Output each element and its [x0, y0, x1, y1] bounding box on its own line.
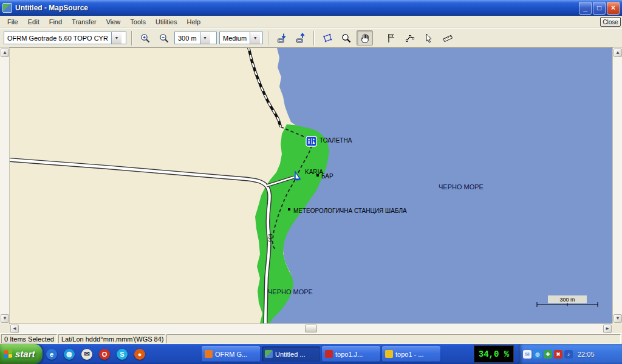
- app-icon: [2, 3, 12, 13]
- taskbar-clock[interactable]: 22:05: [578, 351, 595, 358]
- internet-explorer-icon[interactable]: e: [46, 349, 57, 360]
- antivirus-shield-tray-icon[interactable]: ✚: [544, 350, 552, 359]
- menu-file[interactable]: File: [2, 17, 23, 27]
- network-tray-icon[interactable]: ◍: [533, 350, 542, 359]
- task-icon: [385, 350, 393, 358]
- toolbar: OFRM Geotrade 5.60 TOPO CYR ▼ 300 m ▼ Me…: [0, 28, 622, 48]
- menu-view[interactable]: View: [101, 17, 126, 27]
- scroll-right-icon[interactable]: ►: [603, 325, 612, 333]
- chevron-down-icon[interactable]: ▼: [200, 32, 210, 44]
- vertical-scrollbar[interactable]: ▲ ▼: [612, 48, 622, 323]
- menu-edit[interactable]: Edit: [23, 17, 44, 27]
- task-label: topo1.J...: [335, 351, 363, 358]
- receive-from-device-button[interactable]: [292, 30, 309, 46]
- window-title: Untitled - MapSource: [15, 4, 579, 12]
- maximize-button[interactable]: □: [593, 2, 606, 15]
- task-buttons: OFRM G... Untitled ... topo1.J... topo1 …: [202, 344, 440, 364]
- toolbar-close-button[interactable]: Close: [600, 17, 621, 27]
- task-topo1[interactable]: topo1 - ...: [382, 346, 440, 362]
- skype-icon[interactable]: S: [117, 349, 128, 360]
- receive-from-device-icon: [295, 33, 306, 44]
- chevron-down-icon[interactable]: ▼: [111, 32, 121, 44]
- mail-icon[interactable]: ✉: [81, 349, 92, 360]
- hand-icon: [360, 33, 371, 44]
- pan-tool-button[interactable]: [357, 30, 373, 46]
- flag-icon: [386, 33, 397, 44]
- scroll-left-icon[interactable]: ◄: [10, 325, 19, 333]
- task-label: OFRM G...: [215, 351, 247, 358]
- task-label: Untitled ...: [275, 351, 306, 358]
- windows-logo-icon: [4, 349, 12, 358]
- waypoint-tool-button[interactable]: [383, 30, 399, 46]
- magnifier-icon: [341, 33, 352, 44]
- task-topo1-jpg[interactable]: topo1.J...: [322, 346, 380, 362]
- task-label: topo1 - ...: [395, 351, 423, 358]
- menu-tools[interactable]: Tools: [125, 17, 151, 27]
- map-scale-value: 300 m: [175, 35, 200, 42]
- product-combo[interactable]: OFRM Geotrade 5.60 TOPO CYR ▼: [4, 32, 126, 44]
- system-tray: ✉ ◍ ✚ ✖ ♪ 22:05: [519, 344, 622, 364]
- scroll-down-icon[interactable]: ▼: [1, 314, 9, 323]
- measure-tool-button[interactable]: [439, 30, 456, 46]
- title-bar: Untitled - MapSource _ □ ×: [0, 0, 622, 16]
- zoom-out-button[interactable]: [156, 30, 172, 46]
- messenger-tray-icon[interactable]: ✉: [523, 350, 531, 359]
- meteo-poi-marker[interactable]: [288, 208, 290, 211]
- start-button[interactable]: start: [0, 344, 43, 364]
- route-icon: [405, 33, 415, 44]
- cursor-arrow-icon: [423, 33, 434, 44]
- selection-tool-button[interactable]: [420, 30, 437, 46]
- zoom-in-button[interactable]: [137, 30, 153, 46]
- zoom-tool-button[interactable]: [338, 30, 354, 46]
- task-icon: [205, 350, 213, 358]
- chevron-down-icon[interactable]: ▼: [250, 32, 260, 44]
- scroll-up-icon[interactable]: ▲: [613, 49, 622, 57]
- zoom-out-icon: [159, 33, 169, 44]
- alert-tray-icon[interactable]: ✖: [554, 350, 562, 359]
- media-player-icon[interactable]: ●: [134, 349, 145, 360]
- toolbar-separator: [131, 31, 132, 46]
- menu-help[interactable]: Help: [182, 17, 205, 27]
- quick-launch: e ◍ ✉ O S ●: [46, 344, 145, 364]
- route-tool-button[interactable]: [402, 30, 418, 46]
- label-toilet: ТОАЛЕТНА: [320, 137, 352, 144]
- opera-icon[interactable]: O: [99, 349, 110, 360]
- task-ofrm[interactable]: OFRM G...: [202, 346, 260, 362]
- browser-globe-icon[interactable]: ◍: [64, 349, 75, 360]
- horizontal-scroll-thumb[interactable]: [305, 325, 317, 332]
- send-to-device-icon: [276, 33, 287, 44]
- minimize-button[interactable]: _: [579, 2, 592, 15]
- taskbar: start e ◍ ✉ O S ● OFRM G... Untitled ...…: [0, 344, 622, 364]
- detail-level-value: Medium: [220, 35, 250, 42]
- menu-bar: File Edit Find Transfer View Tools Utili…: [0, 16, 622, 28]
- left-scroll-strip[interactable]: ▲ ▼: [0, 48, 10, 323]
- toolbar-separator: [313, 31, 314, 46]
- volume-tray-icon[interactable]: ♪: [564, 350, 573, 359]
- toolbar-separator: [268, 31, 268, 46]
- battery-meter[interactable]: 34,0 %: [474, 345, 514, 363]
- status-empty-cell: [166, 334, 621, 343]
- scroll-up-icon[interactable]: ▲: [1, 49, 9, 57]
- task-mapsource-active[interactable]: Untitled ...: [262, 346, 320, 362]
- send-to-device-button[interactable]: [273, 30, 290, 46]
- label-meteo-station: МЕТЕОРОЛОГИЧНА СТАНЦИЯ ШАБЛА: [293, 207, 407, 214]
- map-area-tool-button[interactable]: [319, 30, 335, 46]
- scroll-down-icon[interactable]: ▼: [613, 314, 622, 323]
- menu-find[interactable]: Find: [44, 17, 67, 27]
- detail-level-combo[interactable]: Medium ▼: [219, 32, 263, 44]
- scale-bar-label: 300 m: [559, 297, 575, 303]
- status-selection: 0 Items Selected: [1, 334, 57, 343]
- map-scale-combo[interactable]: 300 m ▼: [174, 32, 217, 44]
- close-button[interactable]: ×: [607, 2, 620, 15]
- menu-transfer[interactable]: Transfer: [67, 17, 101, 27]
- label-sea-south: ЧЕРНО МОРЕ: [268, 288, 313, 295]
- label-sea-east: ЧЕРНО МОРЕ: [439, 183, 484, 190]
- start-label: start: [15, 349, 35, 359]
- label-bar: БАР: [321, 173, 333, 180]
- menu-utilities[interactable]: Utilities: [151, 17, 182, 27]
- task-icon: [325, 350, 333, 358]
- horizontal-scrollbar[interactable]: ◄ ►: [10, 323, 612, 333]
- map-canvas[interactable]: ТОАЛЕТНА KARIA БАР ЧЕРНО МОРЕ МЕТЕОРОЛОГ…: [10, 48, 612, 323]
- label-road-number: 901: [267, 234, 273, 242]
- restroom-icon[interactable]: [306, 136, 316, 146]
